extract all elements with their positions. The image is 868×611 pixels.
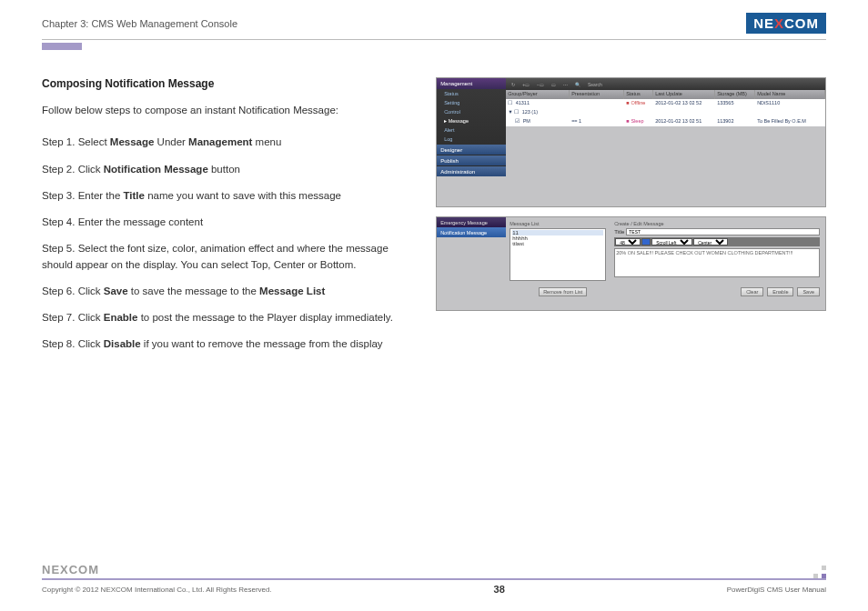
group-icon[interactable]: ▭ bbox=[551, 82, 556, 87]
sidebar-sub-message[interactable]: ▸ Message bbox=[437, 116, 506, 125]
step: Step 4. Enter the message content bbox=[42, 215, 418, 230]
sidebar-sub-alert[interactable]: Alert bbox=[437, 125, 506, 135]
save-button[interactable]: Save bbox=[797, 287, 820, 296]
step: Step 2. Click Notification Message butto… bbox=[42, 162, 418, 177]
refresh-icon[interactable]: ↻ bbox=[511, 82, 515, 87]
step: Step 7. Click Enable to post the message… bbox=[42, 310, 418, 326]
section-intro: Follow below steps to compose an instant… bbox=[42, 103, 418, 118]
table-header: Group/Player Presentation Status Last Up… bbox=[506, 90, 825, 99]
table-row[interactable]: ☑ PM == 1 ■Sleep 2012-01-02 13 02 51 113… bbox=[506, 117, 825, 126]
header-rule bbox=[42, 39, 826, 40]
animation-select[interactable]: Scroll Left bbox=[651, 238, 692, 245]
sidebar-sub-log[interactable]: Log bbox=[437, 135, 506, 144]
logo-top: NEXCOM bbox=[746, 13, 826, 34]
title-label: Title bbox=[614, 229, 624, 235]
fontsize-select[interactable]: 48 bbox=[615, 238, 641, 245]
clear-button[interactable]: Clear bbox=[741, 287, 763, 296]
add-icon[interactable]: +▭ bbox=[522, 82, 530, 87]
tab-notification-message[interactable]: Notification Message bbox=[437, 227, 506, 237]
list-item[interactable]: ttlast bbox=[512, 241, 603, 246]
message-textarea[interactable]: 20% ON SALE!!! PLEASE CHECK OUT WOMEN CL… bbox=[614, 248, 820, 277]
copyright: Copyright © 2012 NEXCOM International Co… bbox=[42, 586, 272, 594]
search-label: Search bbox=[588, 82, 602, 87]
message-list-label: Message List bbox=[510, 221, 606, 226]
step: Step 3. Enter the Title name you want to… bbox=[42, 188, 418, 204]
sidebar-management[interactable]: Management bbox=[437, 78, 506, 89]
sidebar-admin[interactable]: Administration bbox=[437, 166, 506, 176]
step: Step 8. Click Disable if you want to rem… bbox=[42, 336, 418, 352]
sidebar-publish[interactable]: Publish bbox=[437, 155, 506, 165]
position-select[interactable]: Center bbox=[693, 238, 728, 245]
sidebar-sub-control[interactable]: Control bbox=[437, 107, 506, 116]
page-number: 38 bbox=[494, 584, 505, 595]
message-list-box[interactable]: 11 hhhhh ttlast bbox=[510, 228, 606, 281]
app-screenshot-management: Management StatusSettingControl▸ Message… bbox=[436, 77, 826, 207]
enable-button[interactable]: Enable bbox=[767, 287, 793, 296]
step: Step 5. Select the font size, color, ani… bbox=[42, 241, 418, 273]
sidebar-designer[interactable]: Designer bbox=[437, 145, 506, 155]
step: Step 6. Click Save to save the message t… bbox=[42, 284, 418, 299]
step: Step 1. Select Message Under Management … bbox=[42, 135, 418, 150]
sidebar-sub-status[interactable]: Status bbox=[437, 89, 506, 98]
accent-bar bbox=[42, 43, 82, 50]
table-row[interactable]: ▼ ☐ 123 (1) bbox=[506, 108, 825, 117]
manual-name: PowerDigiS CMS User Manual bbox=[727, 586, 826, 594]
corner-decoration bbox=[813, 566, 826, 578]
app-toolbar: ↻ +▭ −▭ ▭ ⋯ 🔍 Search bbox=[506, 78, 825, 90]
tab-emergency-message[interactable]: Emergency Message bbox=[437, 217, 506, 227]
del-icon[interactable]: −▭ bbox=[537, 82, 544, 87]
section-heading: Composing Notification Message bbox=[42, 77, 418, 90]
title-input[interactable] bbox=[626, 228, 820, 235]
app-screenshot-message: Emergency Message Notification Message M… bbox=[436, 216, 826, 311]
search-icon[interactable]: 🔍 bbox=[575, 82, 580, 87]
chapter-title: Chapter 3: CMS Web Management Console bbox=[42, 18, 237, 29]
footer-rule bbox=[42, 578, 826, 580]
sidebar-sub-setting[interactable]: Setting bbox=[437, 98, 506, 107]
color-swatch[interactable] bbox=[641, 238, 651, 245]
edit-message-label: Create / Edit Message bbox=[614, 221, 820, 226]
more-icon[interactable]: ⋯ bbox=[563, 82, 568, 87]
logo-footer: NEXCOM bbox=[42, 563, 826, 576]
remove-from-list-button[interactable]: Remove from List bbox=[539, 287, 587, 296]
table-row[interactable]: ☐ 41311 ■Offline 2012-01-02 13 02 52 133… bbox=[506, 99, 825, 108]
